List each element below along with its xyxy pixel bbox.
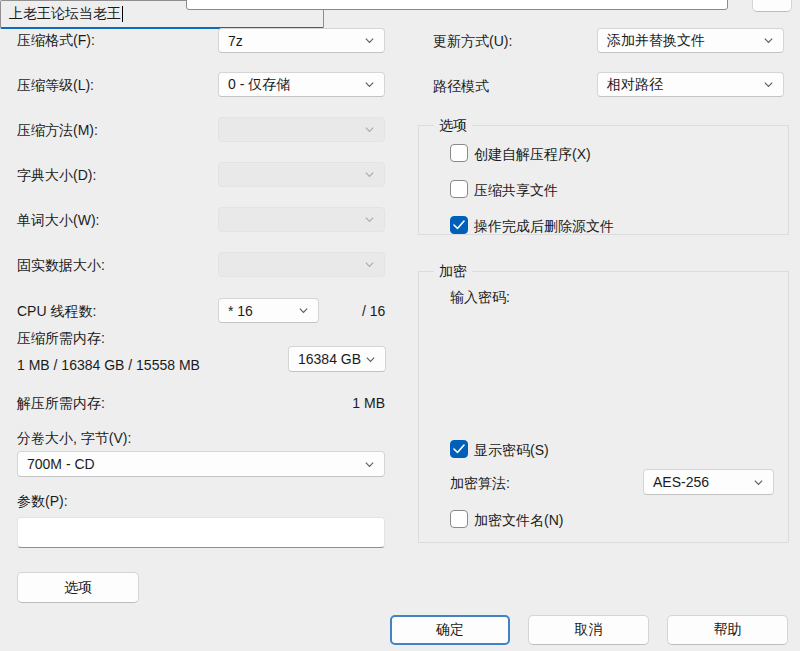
ok-button[interactable]: 确定 bbox=[390, 615, 510, 645]
browse-button[interactable] bbox=[752, 0, 792, 12]
path-mode-value: 相对路径 bbox=[607, 76, 663, 94]
cpu-threads-max: / 16 bbox=[362, 302, 385, 320]
encryption-method-value: AES-256 bbox=[653, 474, 709, 490]
memory-decompress-value: 1 MB bbox=[352, 394, 385, 412]
cpu-threads-select[interactable]: * 16 bbox=[218, 298, 319, 323]
solid-block-size-select bbox=[218, 252, 385, 277]
create-sfx-label[interactable]: 创建自解压程序(X) bbox=[474, 145, 591, 163]
memory-compress-label: 压缩所需内存: bbox=[17, 329, 105, 347]
memory-limit-select[interactable]: 16384 GB bbox=[288, 346, 386, 372]
chevron-down-icon bbox=[364, 459, 375, 470]
level-value: 0 - 仅存储 bbox=[228, 76, 290, 94]
create-sfx-checkbox[interactable] bbox=[450, 144, 468, 162]
password-value: 上老王论坛当老王 bbox=[9, 5, 121, 23]
memory-decompress-label: 解压所需内存: bbox=[17, 394, 105, 412]
memory-compress-value: 1 MB / 16384 GB / 15558 MB bbox=[17, 356, 200, 374]
password-label: 输入密码: bbox=[450, 288, 510, 306]
level-select[interactable]: 0 - 仅存储 bbox=[218, 72, 385, 97]
dictionary-size-select bbox=[218, 162, 385, 187]
volume-size-value: 700M - CD bbox=[27, 456, 95, 472]
chevron-down-icon bbox=[364, 169, 375, 180]
options-button-label: 选项 bbox=[64, 579, 92, 597]
format-value: 7z bbox=[228, 33, 243, 49]
solid-block-size-label: 固实数据大小: bbox=[17, 256, 105, 274]
options-group-title: 选项 bbox=[434, 117, 472, 134]
encryption-method-select[interactable]: AES-256 bbox=[643, 469, 774, 495]
cancel-button[interactable]: 取消 bbox=[528, 615, 649, 645]
format-select[interactable]: 7z bbox=[218, 28, 385, 53]
volume-size-label: 分卷大小, 字节(V): bbox=[17, 429, 131, 447]
help-button[interactable]: 帮助 bbox=[667, 615, 788, 645]
word-size-select bbox=[218, 207, 385, 232]
word-size-label: 单词大小(W): bbox=[17, 211, 99, 229]
cpu-threads-value: * 16 bbox=[228, 303, 253, 319]
checkmark-icon bbox=[453, 441, 465, 457]
path-mode-select[interactable]: 相对路径 bbox=[597, 72, 784, 97]
text-caret bbox=[122, 6, 123, 22]
options-button[interactable]: 选项 bbox=[17, 572, 139, 603]
chevron-down-icon bbox=[365, 354, 376, 365]
dictionary-size-label: 字典大小(D): bbox=[17, 166, 96, 184]
format-label: 压缩格式(F): bbox=[17, 31, 95, 49]
compress-shared-label[interactable]: 压缩共享文件 bbox=[474, 181, 558, 199]
path-mode-label: 路径模式 bbox=[433, 77, 489, 95]
show-password-checkbox[interactable] bbox=[450, 440, 468, 458]
method-label: 压缩方法(M): bbox=[17, 121, 98, 139]
chevron-down-icon bbox=[364, 214, 375, 225]
encryption-group bbox=[418, 271, 789, 543]
chevron-down-icon bbox=[763, 79, 774, 90]
method-select bbox=[218, 117, 385, 142]
encrypt-names-checkbox[interactable] bbox=[450, 510, 468, 528]
chevron-down-icon bbox=[763, 35, 774, 46]
parameters-input[interactable] bbox=[17, 517, 385, 548]
delete-after-label[interactable]: 操作完成后删除源文件 bbox=[474, 217, 614, 235]
encryption-group-title: 加密 bbox=[434, 263, 472, 280]
chevron-down-icon bbox=[364, 259, 375, 270]
help-button-label: 帮助 bbox=[714, 621, 742, 639]
compress-shared-checkbox[interactable] bbox=[450, 180, 468, 198]
chevron-down-icon bbox=[364, 35, 375, 46]
encrypt-names-label[interactable]: 加密文件名(N) bbox=[474, 511, 563, 529]
level-label: 压缩等级(L): bbox=[17, 76, 94, 94]
chevron-down-icon bbox=[298, 305, 309, 316]
chevron-down-icon bbox=[364, 79, 375, 90]
checkmark-icon bbox=[453, 217, 465, 233]
update-mode-label: 更新方式(U): bbox=[433, 32, 512, 50]
cancel-button-label: 取消 bbox=[575, 621, 603, 639]
encryption-method-label: 加密算法: bbox=[450, 474, 510, 492]
show-password-label[interactable]: 显示密码(S) bbox=[474, 441, 549, 459]
chevron-down-icon bbox=[364, 124, 375, 135]
cpu-threads-label: CPU 线程数: bbox=[17, 302, 96, 320]
archive-name-input[interactable] bbox=[186, 0, 728, 10]
delete-after-checkbox[interactable] bbox=[450, 216, 468, 234]
parameters-label: 参数(P): bbox=[17, 492, 68, 510]
chevron-down-icon bbox=[753, 477, 764, 488]
memory-limit-value: 16384 GB bbox=[298, 351, 361, 367]
ok-button-label: 确定 bbox=[436, 621, 464, 639]
update-mode-select[interactable]: 添加并替换文件 bbox=[597, 28, 784, 53]
update-mode-value: 添加并替换文件 bbox=[607, 32, 705, 50]
volume-size-select[interactable]: 700M - CD bbox=[17, 451, 385, 477]
